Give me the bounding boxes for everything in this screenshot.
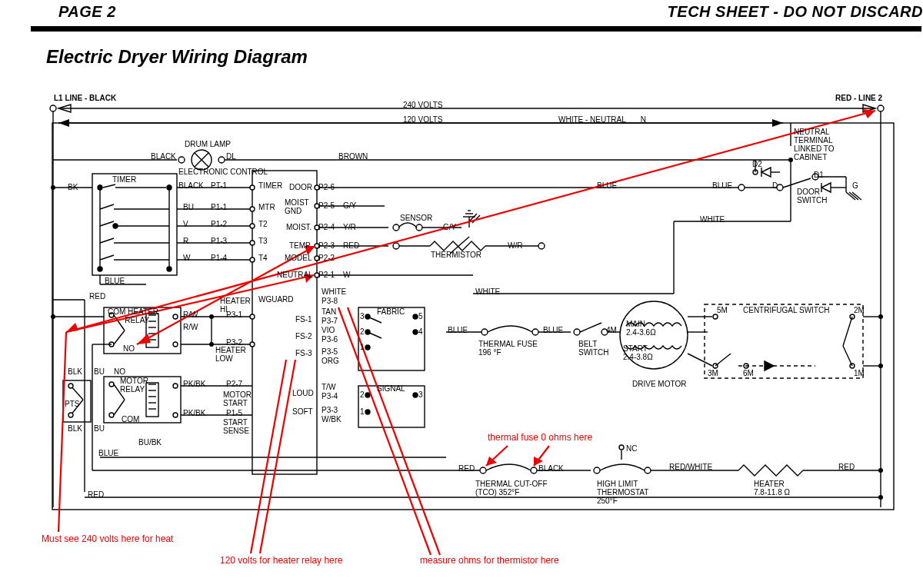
- svg-point-23: [98, 185, 102, 190]
- svg-point-95: [209, 342, 214, 347]
- p33: P3-3: [322, 406, 338, 414]
- svg-line-161: [688, 354, 712, 366]
- svg-line-183: [846, 192, 855, 200]
- svg-line-205: [58, 332, 66, 532]
- p15: P1-5: [226, 409, 242, 417]
- nc-label: NC: [626, 444, 637, 453]
- p13: P1-3: [211, 237, 227, 245]
- w1: W: [183, 254, 190, 262]
- p27: P2-7: [226, 380, 242, 388]
- door-switch-label: DOOR SWITCH: [797, 188, 827, 204]
- svg-point-126: [365, 330, 370, 334]
- svg-point-67: [250, 224, 255, 228]
- svg-point-74: [51, 185, 55, 190]
- thermal-fuse: THERMAL FUSE 196 °F: [478, 340, 538, 357]
- blk1: BLK: [68, 367, 82, 376]
- svg-marker-3: [863, 105, 875, 112]
- rw1: R/W: [183, 311, 198, 319]
- svg-point-78: [109, 342, 114, 347]
- svg-point-139: [574, 329, 580, 335]
- svg-point-166: [788, 158, 793, 162]
- moist-label: MOIST.: [286, 223, 312, 231]
- svg-point-5: [878, 105, 884, 111]
- p21: P2-1: [318, 271, 335, 279]
- svg-line-80: [114, 331, 125, 344]
- gy1: G/Y: [343, 201, 356, 210]
- svg-point-193: [619, 445, 624, 450]
- svg-point-24: [167, 185, 172, 190]
- heater-low: HEATER LOW: [215, 346, 246, 363]
- wbk: W/BK: [322, 415, 342, 424]
- svg-point-116: [51, 314, 55, 319]
- svg-point-159: [878, 364, 883, 368]
- m3: 3M: [708, 369, 718, 377]
- svg-line-151: [843, 346, 852, 366]
- wiring-diagram: [0, 0, 923, 588]
- svg-point-115: [68, 413, 73, 417]
- heater-hi: HEATER HI: [220, 297, 251, 314]
- thermistor-label: THERMISTOR: [431, 251, 481, 259]
- motor-start-label: START 2.4-3.8Ω: [623, 344, 653, 361]
- svg-line-185: [852, 192, 861, 200]
- wire-blue-door: BLUE: [597, 181, 617, 190]
- tco-label: THERMAL CUT-OFF (TCO) 352°F: [475, 480, 548, 497]
- svg-point-127: [413, 330, 418, 334]
- blk2: BLK: [68, 424, 82, 433]
- fabric-label: FABRIC: [377, 307, 405, 316]
- tw: T/W: [322, 383, 335, 391]
- loud: LOUD: [292, 389, 314, 397]
- com2: COM: [122, 415, 139, 424]
- wire-blue-door2: BLUE: [712, 181, 732, 190]
- s3: 3: [418, 390, 423, 399]
- svg-point-87: [173, 314, 178, 319]
- svg-rect-145: [705, 304, 863, 378]
- white-neutral: WHITE - NEUTRAL N: [558, 115, 646, 124]
- ec-mtr: MTR: [258, 203, 275, 211]
- white-door: WHITE: [700, 215, 725, 224]
- svg-point-65: [250, 207, 255, 211]
- svg-line-184: [849, 192, 858, 200]
- svg-marker-8: [58, 119, 69, 127]
- temp-label: TEMP.: [289, 241, 312, 250]
- red-tco: RED: [458, 464, 475, 473]
- bubk: BU/BK: [138, 438, 162, 447]
- heater-label: HEATER 7.8-11.8 Ω: [754, 480, 790, 497]
- wire-black-2: BLACK: [178, 181, 204, 190]
- no-label: NO: [123, 344, 135, 353]
- redwhite: RED/WHITE: [669, 463, 712, 471]
- svg-point-98: [109, 413, 114, 417]
- yr: Y/R: [343, 223, 356, 231]
- svg-line-211: [338, 307, 431, 555]
- svg-point-50: [416, 224, 422, 231]
- svg-point-196: [878, 468, 883, 473]
- wire-brown: BROWN: [338, 152, 368, 161]
- white-bus: WHITE: [475, 287, 500, 296]
- rw2: R/W: [183, 323, 198, 331]
- vio: VIO: [322, 326, 335, 334]
- p24: P2-4: [318, 223, 335, 231]
- svg-point-13: [178, 157, 185, 163]
- fs1: FS-1: [295, 315, 312, 324]
- svg-line-209: [251, 360, 286, 553]
- svg-marker-154: [765, 361, 774, 370]
- svg-point-191: [645, 467, 651, 473]
- annot-thermistor: measure ohms for thermistor here: [420, 555, 559, 566]
- electronic-control: ELECTRONIC CONTROL: [178, 168, 268, 176]
- svg-point-152: [744, 364, 748, 368]
- svg-line-215: [534, 446, 549, 466]
- svg-line-56: [469, 214, 477, 221]
- svg-line-100: [114, 400, 125, 415]
- f5: 5: [418, 312, 423, 321]
- svg-line-112: [71, 386, 83, 400]
- gy2: G/Y: [443, 223, 456, 231]
- svg-point-107: [173, 384, 178, 388]
- soft: SOFT: [292, 407, 313, 416]
- ec-t2: T2: [258, 220, 268, 228]
- no2: NO: [114, 367, 125, 376]
- p23: P2-3: [318, 241, 335, 250]
- pt1: PT-1: [211, 181, 227, 190]
- white-p38: WHITE: [322, 287, 346, 296]
- svg-point-37: [167, 267, 172, 271]
- belt-switch: BELT SWITCH: [578, 340, 608, 357]
- svg-line-29: [100, 221, 114, 226]
